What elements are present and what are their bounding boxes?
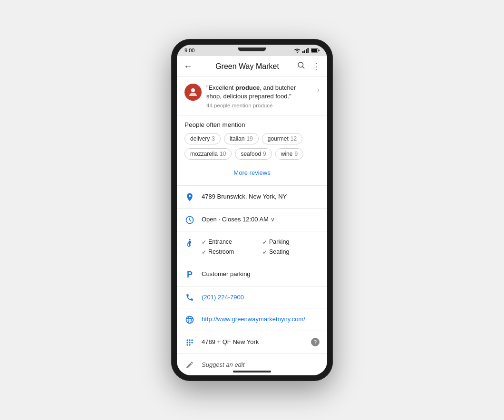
tag-seafood[interactable]: seafood9 (235, 148, 271, 160)
mention-title: People often mention (184, 121, 320, 128)
suggest-edit-text[interactable]: Suggest an edit (202, 360, 320, 368)
svg-line-8 (302, 67, 304, 68)
more-button[interactable]: ⋮ (312, 61, 320, 72)
top-nav: ← Green Way Market ⋮ (177, 56, 327, 77)
svg-point-20 (189, 342, 190, 344)
tag-delivery[interactable]: delivery3 (184, 133, 221, 144)
web-icon (184, 315, 195, 325)
svg-point-16 (186, 340, 188, 341)
parking-text: Customer parking (202, 269, 320, 279)
signal-icon (302, 48, 309, 53)
svg-point-23 (189, 344, 190, 346)
svg-point-12 (186, 316, 194, 324)
phone-number[interactable]: (201) 224-7900 (202, 293, 320, 302)
location-icon (184, 192, 195, 202)
review-mention: 44 people mention produce (206, 103, 312, 108)
suggest-edit-row[interactable]: Suggest an edit (177, 354, 327, 368)
clock-icon (184, 215, 195, 225)
svg-rect-6 (319, 50, 320, 51)
home-indicator-bar (233, 371, 271, 372)
svg-rect-5 (311, 49, 317, 52)
svg-point-18 (191, 340, 193, 341)
accessibility-icon (184, 238, 195, 248)
tags-row-1: delivery3 italian19 gourmet12 (184, 133, 320, 144)
parking-icon: P (184, 270, 195, 280)
help-icon[interactable]: ? (311, 338, 320, 346)
tag-italian[interactable]: italian19 (224, 133, 259, 144)
review-section: "Excellent produce, and butcher shop, de… (177, 77, 327, 115)
page-title: Green Way Market (198, 62, 297, 71)
phone-icon (184, 293, 195, 302)
svg-rect-2 (306, 49, 307, 53)
mention-section: People often mention delivery3 italian19… (177, 115, 327, 186)
svg-point-17 (189, 340, 190, 341)
plus-code-row: 4789 + QF New York ? (177, 331, 327, 354)
review-quote: "Excellent produce, and butcher shop, de… (206, 84, 312, 101)
battery-icon (311, 48, 320, 53)
website-url[interactable]: http://www.greenwaymarketnyny.com/ (202, 315, 320, 324)
accessibility-restroom: ✓ Restroom (202, 248, 259, 257)
tag-wine[interactable]: wine9 (275, 148, 303, 160)
accessibility-row: ✓ Entrance ✓ Parking ✓ Restroom ✓ (177, 231, 327, 263)
edit-icon (184, 361, 195, 368)
tag-mozzarella[interactable]: mozzarella10 (184, 148, 232, 160)
plus-code-icon (184, 338, 195, 347)
main-content[interactable]: "Excellent produce, and butcher shop, de… (177, 77, 327, 368)
phone-screen: 9:00 (177, 45, 327, 375)
phone-notch (238, 48, 266, 51)
address-row: 4789 Brunswick, New York, NY (177, 186, 327, 209)
accessibility-grid: ✓ Entrance ✓ Parking ✓ Restroom ✓ (202, 238, 320, 257)
status-time: 9:00 (184, 48, 194, 53)
svg-point-13 (188, 316, 192, 324)
review-text-wrap: "Excellent produce, and butcher shop, de… (206, 84, 312, 108)
svg-point-21 (191, 342, 193, 344)
wifi-icon (294, 48, 300, 53)
phone-device: 9:00 (171, 39, 333, 381)
back-button[interactable]: ← (184, 61, 193, 72)
hours-text: Open · Closes 12:00 AM ∨ (202, 215, 320, 224)
svg-point-19 (186, 342, 188, 344)
website-row[interactable]: http://www.greenwaymarketnyny.com/ (177, 308, 327, 331)
svg-point-11 (189, 239, 190, 240)
search-button[interactable] (297, 61, 305, 72)
svg-point-9 (191, 88, 195, 92)
parking-row: P Customer parking (177, 263, 327, 286)
svg-rect-1 (304, 50, 306, 53)
reviewer-avatar (184, 84, 202, 101)
phone-row[interactable]: (201) 224-7900 (177, 286, 327, 309)
review-arrow[interactable]: › (317, 84, 320, 94)
address-text: 4789 Brunswick, New York, NY (202, 192, 320, 201)
home-indicator (177, 368, 327, 375)
svg-rect-0 (302, 51, 304, 53)
hours-row[interactable]: Open · Closes 12:00 AM ∨ (177, 209, 327, 231)
status-icons (294, 48, 320, 53)
svg-rect-3 (308, 48, 309, 53)
accessibility-entrance: ✓ Entrance (202, 238, 259, 247)
tag-gourmet[interactable]: gourmet12 (262, 133, 302, 144)
svg-point-22 (186, 344, 188, 346)
nav-actions: ⋮ (297, 61, 320, 72)
accessibility-parking: ✓ Parking (262, 238, 320, 247)
accessibility-seating: ✓ Seating (262, 248, 320, 257)
plus-code-content: 4789 + QF New York ? (202, 337, 320, 347)
tags-row-2: mozzarella10 seafood9 wine9 (184, 148, 320, 160)
accessibility-content: ✓ Entrance ✓ Parking ✓ Restroom ✓ (202, 238, 320, 257)
more-reviews-link[interactable]: More reviews (184, 163, 320, 182)
